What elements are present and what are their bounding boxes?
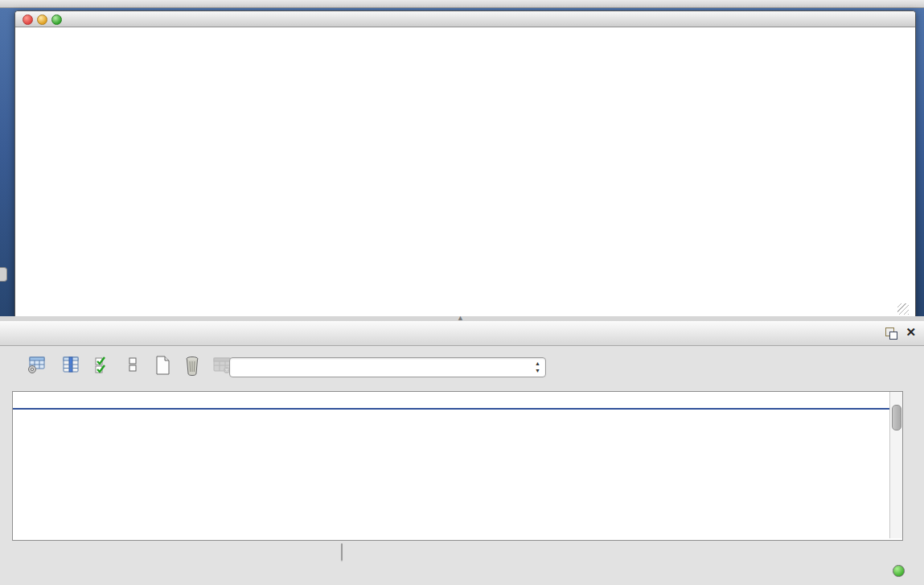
resize-grip[interactable] bbox=[897, 303, 909, 315]
table-panel-header[interactable]: ✕ bbox=[0, 321, 924, 346]
close-panel-icon[interactable]: ✕ bbox=[906, 325, 916, 340]
close-window-icon[interactable] bbox=[23, 14, 33, 25]
column-select-icon[interactable] bbox=[60, 355, 81, 376]
minimize-window-icon[interactable] bbox=[37, 14, 47, 25]
vertical-scrollbar[interactable] bbox=[889, 392, 902, 538]
trash-icon[interactable] bbox=[182, 355, 203, 376]
zoom-window-icon[interactable] bbox=[51, 14, 62, 25]
header-underline bbox=[13, 408, 889, 410]
table-header-row[interactable] bbox=[13, 392, 889, 408]
select-all-icon[interactable] bbox=[92, 355, 113, 376]
network-window[interactable] bbox=[14, 10, 916, 319]
rows-icon[interactable] bbox=[122, 355, 143, 376]
node-table bbox=[12, 391, 903, 541]
combobox-stepper-icon[interactable]: ▲▼ bbox=[535, 360, 540, 374]
table-mode-tabs bbox=[341, 543, 343, 561]
network-svg[interactable] bbox=[16, 27, 911, 317]
panel-collapse-handle[interactable] bbox=[0, 267, 7, 282]
table-settings-icon[interactable] bbox=[27, 355, 47, 376]
memory-ok-icon[interactable] bbox=[893, 565, 905, 577]
new-document-icon[interactable] bbox=[152, 355, 173, 376]
network-canvas[interactable] bbox=[16, 27, 911, 317]
window-titlebar[interactable] bbox=[15, 11, 915, 27]
app-toolbar-edge bbox=[0, 0, 924, 8]
scrollbar-thumb[interactable] bbox=[892, 405, 901, 431]
table-selector-combobox[interactable]: ▲▼ bbox=[229, 357, 546, 377]
table-panel: ✕ ▲▼ bbox=[0, 321, 924, 585]
table-toolbar: ▲▼ bbox=[0, 345, 924, 385]
network-desktop bbox=[0, 8, 924, 320]
float-panel-icon[interactable] bbox=[885, 328, 897, 339]
